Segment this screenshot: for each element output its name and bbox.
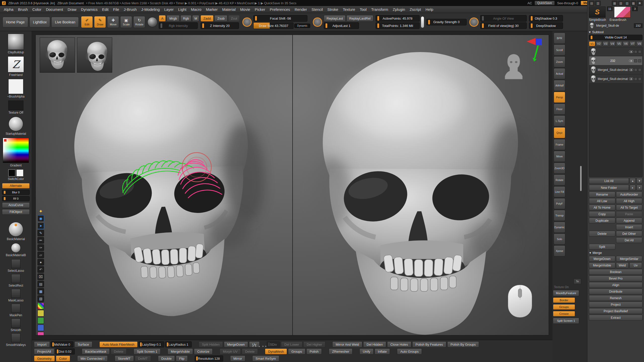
tray-button[interactable]: Groups bbox=[288, 348, 305, 354]
groups-button[interactable]: Groups bbox=[553, 304, 575, 310]
menu-item[interactable]: Movie bbox=[238, 6, 253, 13]
quick-brush-thumbnail[interactable] bbox=[11, 304, 20, 313]
draw-size-icon[interactable] bbox=[242, 17, 252, 27]
edit-mode-button[interactable]: ✐ Edit bbox=[81, 16, 93, 28]
move-down-button[interactable]: ▼ bbox=[636, 178, 642, 184]
viewport-button[interactable]: Line Fill bbox=[554, 186, 565, 197]
current-tool-row[interactable]: Merged_Skull-de 232 bbox=[589, 23, 642, 29]
replay-last-rel-button[interactable]: ReplayLastRel bbox=[346, 15, 373, 22]
merge-section-header[interactable]: ▾ Merge bbox=[589, 250, 642, 255]
mergedown-button[interactable]: MergeDown bbox=[589, 256, 615, 262]
tray-button[interactable]: MidValue 0 bbox=[51, 341, 73, 347]
menu-item[interactable]: Draw bbox=[65, 6, 79, 13]
subtool-row[interactable]: Merged_Skull-decimation2 bbox=[589, 65, 642, 74]
tray-button[interactable]: Split Screen 1 bbox=[134, 348, 160, 354]
copy-button[interactable]: Copy bbox=[589, 211, 615, 217]
append-button[interactable]: Append bbox=[616, 218, 642, 223]
alternate-button[interactable]: Alternate bbox=[2, 183, 30, 189]
bevel-pro-button[interactable]: Bevel Pro bbox=[589, 276, 642, 281]
viewport-button[interactable]: Persp bbox=[554, 92, 565, 103]
subtool-version-tab[interactable]: V8 bbox=[636, 41, 642, 46]
tray-button[interactable]: Color bbox=[56, 355, 70, 361]
swatch-pink-icon[interactable] bbox=[37, 332, 44, 335]
list-all-button[interactable]: List All bbox=[589, 178, 629, 184]
visibility-eye-icon[interactable] bbox=[629, 77, 633, 80]
tray-scroll-arrows[interactable]: ◄◄ ▲ ►► bbox=[252, 345, 268, 347]
tray-button[interactable]: Dist 0.02 bbox=[55, 348, 75, 354]
subtool-version-tab[interactable]: V5 bbox=[616, 41, 622, 46]
primary-color-swatch[interactable] bbox=[8, 169, 15, 176]
swatch-blue-icon[interactable] bbox=[37, 325, 44, 331]
mergesimilar-button[interactable]: MergeSimilar bbox=[616, 256, 642, 262]
zsub-button[interactable]: Zsub bbox=[214, 15, 227, 22]
mrgb-button[interactable]: Mrgb bbox=[167, 15, 180, 22]
cursor-icon[interactable]: ➤ bbox=[37, 222, 44, 229]
viewport-button[interactable]: L.Sym bbox=[554, 115, 565, 126]
visibility-eye-icon[interactable] bbox=[629, 59, 633, 62]
basic-material-b-selector[interactable]: BasicMaterialB bbox=[6, 243, 26, 257]
lightbulb-icon[interactable]: ✦ bbox=[37, 208, 44, 214]
quick-brush-item[interactable]: Smooth bbox=[11, 319, 21, 332]
tray-button[interactable]: Close Holes bbox=[387, 341, 411, 347]
viewport-button[interactable]: Zoom3D bbox=[554, 163, 565, 174]
boolean-button[interactable]: Boolean bbox=[589, 269, 642, 275]
printer-icon[interactable]: ▤ bbox=[37, 281, 44, 287]
menu-item[interactable]: Picker bbox=[253, 6, 268, 13]
quick-brush-thumbnail[interactable] bbox=[11, 319, 20, 328]
tray-button[interactable]: DynaMesh bbox=[265, 348, 287, 354]
del-all-button[interactable]: Del All bbox=[616, 237, 642, 243]
mergevisible-button[interactable]: MergeVisible bbox=[589, 262, 615, 268]
autoreorder-button[interactable]: AutoReorder bbox=[616, 192, 642, 197]
move-mode-button[interactable]: ✚ Move bbox=[107, 16, 119, 28]
tray-button[interactable]: Delete bbox=[111, 348, 127, 354]
subtool-mini-icon[interactable] bbox=[638, 77, 641, 80]
viewport-button[interactable]: Floor bbox=[554, 104, 565, 115]
rotate-mode-button[interactable]: ↻ Rotate bbox=[133, 16, 145, 28]
basic-material-b-thumbnail[interactable] bbox=[11, 243, 21, 253]
subtool-mini-icon[interactable] bbox=[638, 59, 641, 62]
document-viewport[interactable]: ✦◉➤✎✏✑▱●↶⌧▤▦▧ bbox=[35, 35, 549, 335]
uv-button[interactable]: Uv bbox=[629, 262, 642, 268]
tray-button[interactable]: StoreMT bbox=[115, 355, 134, 361]
stroke-replay-icon[interactable] bbox=[312, 17, 323, 27]
split-button[interactable]: Split bbox=[589, 244, 615, 250]
alpha-slot-icon[interactable]: ▥ bbox=[595, 1, 601, 6]
brush-selector[interactable]: ClayBuildup bbox=[8, 34, 24, 54]
pencil-icon[interactable]: ✏ bbox=[37, 237, 44, 244]
tray-button[interactable]: Auto Groups bbox=[397, 348, 422, 354]
doc-slot-3-icon[interactable]: ▨ bbox=[624, 1, 630, 6]
texture-selector[interactable]: Texture Off bbox=[8, 101, 23, 114]
collapsed-palette-tab[interactable]: Te bbox=[574, 279, 581, 284]
canvas-area[interactable]: ✦◉➤✎✏✑▱●↶⌧▤▦▧ bbox=[32, 31, 552, 340]
tray-button[interactable]: MergeDown bbox=[224, 341, 248, 347]
menu-item[interactable]: Dynamics bbox=[79, 6, 100, 13]
quick-brush-item[interactable]: MaskLasso bbox=[8, 289, 24, 302]
split-screen-button[interactable]: Split Screen 1 bbox=[553, 318, 579, 324]
swatch-yellow-icon[interactable] bbox=[37, 310, 44, 316]
swatch-multi-icon[interactable] bbox=[37, 303, 44, 309]
duplicate-button[interactable]: Duplicate bbox=[589, 218, 615, 223]
viewport-button[interactable]: Move bbox=[554, 151, 565, 162]
tray-button[interactable]: Morph UV bbox=[220, 348, 241, 354]
tray-button[interactable]: Unify bbox=[359, 348, 374, 354]
viewport-button[interactable]: Transp bbox=[554, 210, 565, 221]
subtool-version-tab[interactable]: V7 bbox=[629, 41, 636, 46]
tray-button[interactable]: Split Hidden bbox=[199, 341, 223, 347]
project-basrelief-button[interactable]: Project BasRelief bbox=[589, 308, 642, 314]
trash-icon[interactable]: ⌧ bbox=[37, 274, 44, 280]
viewport-button[interactable]: Actual bbox=[554, 68, 565, 79]
color-picker-area[interactable] bbox=[3, 138, 29, 163]
simplebrush-thumbnail[interactable]: S bbox=[589, 7, 606, 18]
eraserbrush-thumbnail[interactable] bbox=[614, 7, 631, 18]
menu-item[interactable]: Document bbox=[44, 6, 65, 13]
field-of-view-slider[interactable]: Field of view(deg) 30 bbox=[480, 22, 527, 29]
menu-item[interactable]: Marker bbox=[204, 6, 220, 13]
subtool-row[interactable]: Merged_Skull-decimation2_4 bbox=[589, 74, 642, 83]
viewport-button[interactable]: PolyF bbox=[554, 198, 565, 209]
view-thumbnail-1[interactable] bbox=[40, 37, 75, 73]
basic-material-thumbnail[interactable] bbox=[9, 222, 23, 237]
tray-button[interactable]: SDiv bbox=[267, 341, 280, 347]
visibility-eye-icon[interactable] bbox=[629, 68, 633, 71]
tray-button[interactable]: Del Hidden bbox=[363, 341, 386, 347]
viewport-button[interactable]: Dynamic bbox=[554, 222, 565, 233]
